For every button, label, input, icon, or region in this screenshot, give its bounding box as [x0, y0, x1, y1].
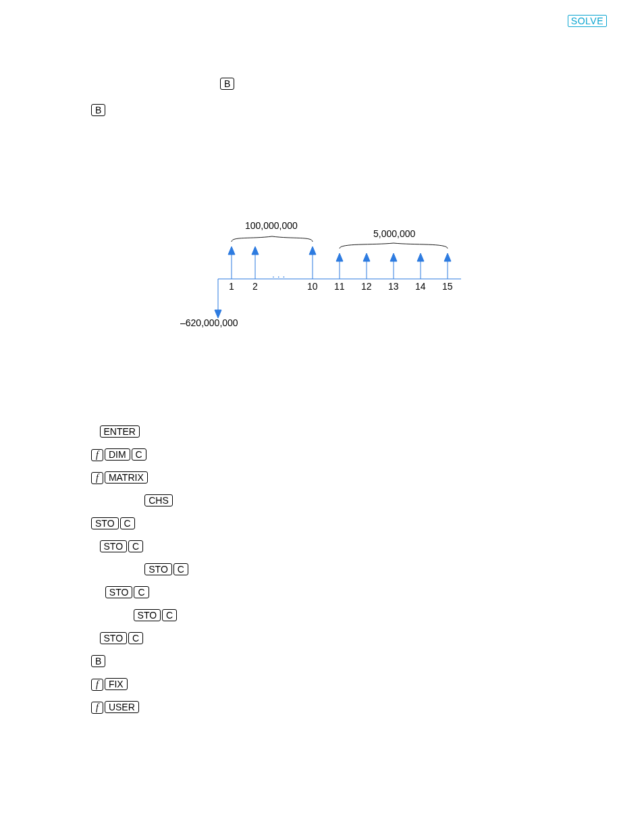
svg-marker-18: [417, 253, 424, 261]
table-row: 100000000 STOC100,000,000.0: [91, 563, 607, 578]
table-row: 5000000 STOC5,000,000.00: [91, 609, 607, 624]
key-f: f: [91, 472, 103, 484]
body-text: NPV and IRR are only two of many functio…: [37, 766, 607, 814]
table-row: fDIMC2.00: [91, 448, 607, 463]
svg-marker-20: [444, 253, 451, 261]
svg-marker-7: [252, 246, 259, 255]
key-c: C: [128, 632, 143, 644]
svg-text:15: 15: [442, 281, 453, 292]
key-c: C: [134, 586, 149, 598]
table-row: fMATRIX 12.00: [91, 471, 607, 486]
svg-marker-12: [336, 253, 343, 261]
key-fix: FIX: [105, 678, 128, 690]
display-value: 2.00: [260, 450, 286, 461]
explanation: IRR.: [392, 655, 607, 670]
key-dim: DIM: [105, 448, 130, 461]
display-value: 100,000,000.0: [260, 565, 344, 576]
key-matrix: MATRIX: [105, 471, 148, 484]
display-value: 10.0649: [260, 679, 305, 691]
explanation: IRR.: [392, 104, 412, 115]
key-f: f: [91, 702, 103, 714]
section-title: Section 7: Using SOLVE: [491, 15, 607, 27]
svg-marker-14: [363, 253, 370, 261]
table-row: fUSER10.0649Deactivates User mode.: [91, 701, 607, 716]
example-prompt: Example: An investment of $620,000,000 i…: [37, 151, 607, 182]
svg-text:12: 12: [361, 281, 372, 292]
display-value: 10.00: [260, 588, 292, 599]
page-number: 84: [469, 15, 481, 26]
key-c: C: [132, 448, 146, 461]
display-value: 5.00: [260, 633, 286, 645]
svg-text:–620,000,000: –620,000,000: [180, 317, 238, 328]
svg-text:. . .: . . .: [272, 269, 285, 280]
solve-key-icon: SOLVE: [568, 15, 607, 27]
table-row: STOC-620,000,000.0: [91, 517, 607, 532]
table-row: 1 STOC1.00: [91, 540, 607, 555]
svg-text:14: 14: [415, 281, 426, 292]
svg-text:5,000,000: 5,000,000: [373, 228, 415, 239]
display-value: 8.04: [260, 105, 286, 117]
body-text: The IRR is 10.0649%.: [37, 739, 607, 754]
key-c: C: [162, 609, 177, 621]
table-row: 5 STOC5.00: [91, 632, 607, 647]
key-b: B: [91, 655, 105, 667]
key-c: C: [173, 563, 188, 575]
svg-text:11: 11: [334, 281, 345, 292]
key-sto: STO: [134, 609, 161, 621]
cashflow-diagram: –620,000,000 . . . 100,000,000: [178, 205, 607, 333]
table-row: fFIX 410.0649: [91, 678, 607, 693]
table-row: 3 ENTER 22: [91, 425, 607, 440]
key-B: B: [91, 104, 105, 116]
display-value: 10.0649: [260, 702, 305, 714]
key-sto: STO: [100, 632, 128, 644]
display-value: -620,000,000: [260, 496, 337, 507]
explanation: Deactivates User mode.: [392, 701, 607, 716]
key-sto: STO: [144, 563, 172, 575]
display-value: 1.00: [260, 542, 286, 553]
key-f: f: [91, 679, 103, 691]
table-row: B10.06IRR.: [91, 655, 607, 670]
body-text: What is the IRR? Enter the data and comp…: [37, 359, 607, 390]
key-user: USER: [105, 701, 139, 713]
display-value: -620,000,000.0: [260, 519, 350, 530]
table-row: 10 STOC10.00: [91, 586, 607, 601]
key-c: C: [128, 540, 143, 552]
table-row: 620000000 CHS-620,000,000: [91, 494, 607, 509]
body-text: The internal rate of return is 8.04%.: [37, 123, 607, 138]
body-text: IRR." You have already entered the cash …: [37, 60, 607, 92]
svg-marker-5: [228, 246, 235, 255]
svg-text:10: 10: [307, 281, 318, 292]
svg-text:100,000,000: 100,000,000: [245, 220, 298, 231]
display-value: 10.06: [260, 656, 292, 668]
key-sto: STO: [105, 586, 133, 598]
svg-marker-16: [390, 253, 397, 261]
display-value: 2: [260, 427, 267, 438]
example-row: B 8.04 IRR.: [91, 104, 607, 119]
page-header: 84 Section 7: Using SOLVE: [37, 15, 607, 30]
display-value: 5,000,000.00: [260, 610, 337, 622]
table-header: Keystrokes Display: [91, 402, 607, 417]
key-B: B: [220, 78, 234, 90]
key-enter: ENTER: [100, 425, 140, 438]
key-chs: CHS: [144, 494, 173, 506]
key-sto: STO: [91, 517, 119, 529]
key-f: f: [91, 449, 103, 461]
svg-text:2: 2: [252, 281, 258, 292]
key-c: C: [120, 517, 135, 529]
key-sto: STO: [100, 540, 128, 552]
svg-marker-10: [309, 246, 316, 255]
svg-text:13: 13: [388, 281, 399, 292]
svg-text:1: 1: [229, 281, 234, 292]
display-value: 2.00: [260, 473, 286, 484]
